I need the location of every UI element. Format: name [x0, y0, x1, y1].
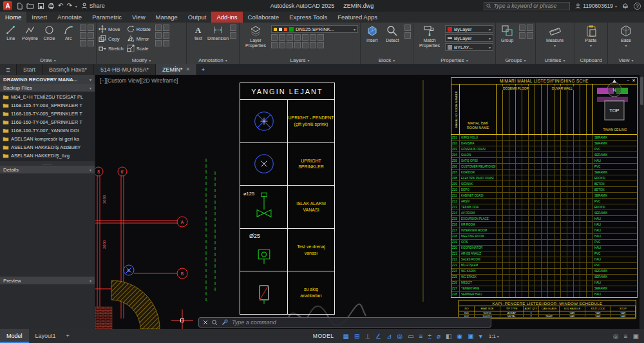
customize-wrench-icon[interactable] — [222, 319, 228, 326]
tool-icon[interactable] — [519, 32, 526, 39]
clean-screen-icon[interactable]: ▣ — [633, 333, 639, 340]
tool-icon[interactable] — [317, 42, 324, 48]
tool-icon[interactable] — [163, 40, 169, 46]
finishing-row[interactable]: Z28 SEMİNER HALL HALI — [451, 292, 637, 297]
layer-dropdown[interactable]: DN125-SPRİNK... ▾ — [271, 25, 358, 33]
tool-icon[interactable] — [155, 32, 162, 39]
status-toggle-icon[interactable]: ◉ — [457, 333, 462, 340]
help-search[interactable] — [484, 2, 570, 10]
ribbon-tab-annotate[interactable]: Annotate — [52, 12, 87, 23]
annotation-scale[interactable]: 1:1▾ — [489, 329, 499, 343]
lineweight-dropdown[interactable]: BYLAY...▾ — [445, 43, 493, 51]
finishing-row[interactable]: Z04 SALON SERAMİK — [451, 152, 637, 158]
finishing-row[interactable]: Z25 WC ERKEK SERAMİK — [451, 275, 637, 280]
close-icon[interactable]: ✕ — [632, 78, 636, 83]
finishing-row[interactable]: Z22 SALES ROOM HALI — [451, 257, 637, 263]
search-icon[interactable] — [212, 320, 218, 326]
circle-tool[interactable]: Circle — [41, 24, 59, 41]
finishing-row[interactable]: Z08 ELEKTRİK PANO ODASI EPOKSİ — [451, 175, 637, 181]
tool-icon[interactable] — [287, 42, 293, 48]
panel-label-block[interactable]: Block▾ — [361, 56, 413, 64]
close-tab-icon[interactable]: ✕ — [186, 66, 191, 72]
tool-icon[interactable] — [404, 24, 411, 31]
tool-icon[interactable] — [404, 32, 411, 39]
finishing-row[interactable]: Z01 GİRİŞ HOLÜ SERAMİK — [451, 135, 637, 141]
recovery-title-bar[interactable]: DRAWING RECOVERY MANA...▾ — [0, 75, 95, 84]
status-toggle-icon[interactable]: ▭ — [408, 333, 413, 340]
base-view-tool[interactable]: Base ▾ — [612, 24, 640, 48]
finishing-row[interactable]: Z14 AV ROOM SERAMİK — [451, 210, 637, 216]
close-icon[interactable] — [203, 320, 208, 325]
file-tab-zemin[interactable]: ZEMİN*✕ — [156, 64, 197, 75]
tool-icon[interactable] — [302, 42, 308, 48]
ribbon-tab-view[interactable]: View — [127, 12, 150, 23]
tool-icon[interactable] — [271, 42, 278, 48]
finishing-row[interactable]: Z05 SATIŞ OFİSİ HALI — [451, 158, 637, 164]
qat-expand-icon[interactable]: ▾ — [75, 4, 77, 8]
share-button[interactable]: Share — [81, 3, 105, 9]
tool-icon[interactable] — [271, 34, 278, 41]
save-icon[interactable] — [37, 3, 44, 10]
copy-tool[interactable]: Copy — [99, 34, 124, 43]
viewport-controls[interactable]: [−][Custom View][2D Wireframe] — [100, 77, 178, 84]
model-tab[interactable]: Model — [0, 329, 29, 343]
tool-icon[interactable] — [88, 32, 94, 39]
layout1-tab[interactable]: Layout1 — [29, 329, 62, 343]
new-drawing-tab-button[interactable]: + — [197, 64, 209, 75]
model-space-viewport[interactable]: [−][Custom View][2D Wireframe] — [95, 75, 644, 329]
stretch-tool[interactable]: Stretch — [99, 44, 124, 53]
status-toggle-icon[interactable]: ▾ — [479, 333, 482, 340]
panel-label-groups[interactable]: Groups▾ — [496, 56, 535, 64]
help-icon[interactable]: ? — [634, 3, 641, 10]
tool-icon[interactable] — [310, 34, 316, 41]
tool-icon[interactable] — [302, 34, 308, 41]
notifications-icon[interactable] — [622, 2, 629, 10]
status-toggle-icon[interactable]: ⊥ — [365, 333, 370, 340]
measure-tool[interactable]: Measure ▾ — [541, 24, 569, 48]
panel-label-view[interactable]: View▾ — [608, 56, 644, 64]
tool-icon[interactable] — [80, 24, 86, 31]
search-input[interactable] — [494, 3, 568, 9]
finishing-row[interactable]: Z16 HR ROOM HALI — [451, 222, 637, 228]
command-input[interactable] — [232, 319, 487, 326]
tool-icon[interactable] — [80, 40, 86, 46]
palette-resize-handle[interactable]: ..... — [0, 161, 95, 166]
status-toggle-icon[interactable]: ▣ — [468, 333, 473, 340]
match-properties-tool[interactable]: Match Properties — [415, 24, 444, 48]
autocad-logo-icon[interactable]: A — [3, 1, 12, 10]
backup-file-item[interactable]: M04_E+H TEMİZSU TESİSAT PL — [0, 93, 95, 101]
ribbon-tab-parametric[interactable]: Parametric — [87, 12, 127, 23]
finishing-row[interactable]: Z17 INTERVIEW ROOM HALI — [451, 228, 637, 234]
panel-label-clipboard[interactable]: Clipboard — [574, 56, 607, 64]
ribbon-tab-insert[interactable]: Insert — [26, 12, 52, 23]
model-space-indicator[interactable]: MODEL — [313, 329, 334, 343]
ribbon-tab-add-ins[interactable]: Add-ins — [211, 12, 242, 23]
new-layout-button[interactable]: + — [62, 329, 73, 343]
isolate-objects-icon[interactable]: ◎ — [613, 333, 619, 340]
status-toggle-icon[interactable]: ◎ — [397, 333, 402, 340]
tool-icon[interactable] — [230, 24, 236, 31]
redo-icon[interactable]: ↷ — [66, 3, 71, 9]
linetype-dropdown[interactable]: ByLayer▾ — [445, 34, 493, 42]
tool-icon[interactable] — [155, 24, 162, 31]
tool-icon[interactable] — [294, 42, 301, 48]
ribbon-tab-manage[interactable]: Manage — [151, 12, 183, 23]
finishing-row[interactable]: Z10 DEPO BETON — [451, 187, 637, 193]
viewcube[interactable]: N TOP — [600, 79, 629, 128]
backup-file-item[interactable]: 1168-160-TY-004_SPRINKLER T — [0, 118, 95, 126]
detect-tool[interactable]: Detect — [383, 24, 402, 43]
ribbon-tab-featured-apps[interactable]: Featured Apps — [332, 12, 383, 23]
finishing-row[interactable]: Z13 TEKNİK ODA EPOKSİ — [451, 204, 637, 210]
preview-header[interactable]: Preview▾ — [0, 277, 95, 284]
status-toggle-icon[interactable]: ⌀ — [437, 333, 440, 340]
panel-label-layers[interactable]: Layers▾ — [240, 56, 360, 64]
tool-icon[interactable] — [519, 24, 526, 31]
finishing-row[interactable]: Z20 KOORDİNATÖR HALI — [451, 246, 637, 251]
backup-file-item[interactable]: 1168-165-TY-005_SPRINKLER T — [0, 110, 95, 118]
panel-label-utilities[interactable]: Utilities▾ — [536, 56, 574, 64]
vertical-scrollbar[interactable] — [639, 75, 644, 329]
backup-file-item[interactable]: ASELSAN HAKKEDİŞ AssBuiltY — [0, 143, 95, 152]
rotate-tool[interactable]: Rotate — [127, 24, 151, 34]
color-dropdown[interactable]: ByLayer▾ — [445, 25, 493, 33]
file-tab-start[interactable]: Start — [17, 64, 43, 75]
